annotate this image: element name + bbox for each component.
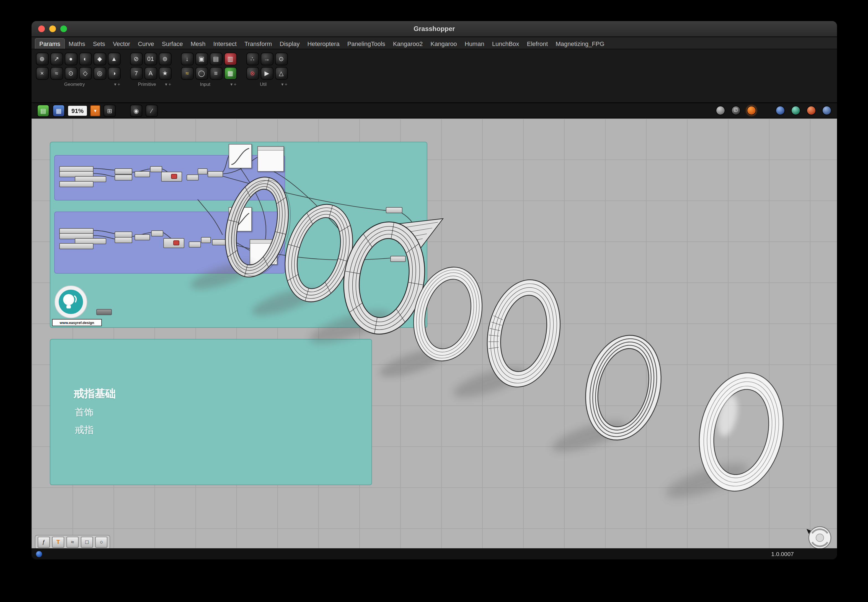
gh-component[interactable]	[135, 234, 150, 240]
tab-mesh[interactable]: Mesh	[187, 39, 210, 49]
tab-heteroptera[interactable]: Heteroptera	[304, 39, 343, 49]
tab-elefront[interactable]: Elefront	[523, 39, 552, 49]
gh-component[interactable]	[96, 309, 112, 315]
gh-component[interactable]	[201, 237, 211, 243]
gh-component[interactable]	[115, 175, 132, 181]
gh-component[interactable]	[115, 168, 132, 175]
gh-component[interactable]	[198, 168, 208, 175]
geometry-tool-icon[interactable]: ▲	[108, 52, 120, 65]
gh-panel[interactable]	[258, 146, 284, 172]
util-tool-icon[interactable]: ▶	[261, 67, 273, 80]
input-tool-icon[interactable]: ↓	[181, 52, 193, 65]
info-icon[interactable]	[36, 551, 42, 557]
tab-human[interactable]: Human	[461, 39, 488, 49]
group-expand-icon[interactable]: ▾ +	[165, 82, 171, 87]
gh-component[interactable]	[135, 171, 150, 177]
panel-tool-icon[interactable]: ≡	[210, 67, 222, 80]
tab-params[interactable]: Params	[35, 38, 65, 49]
gh-number-slider[interactable]	[59, 181, 94, 187]
input-tool-icon[interactable]: ▣	[195, 52, 208, 65]
geometry-tool-icon[interactable]: ◇	[79, 67, 92, 80]
slider-tool-icon[interactable]: ▥	[224, 52, 237, 65]
group-expand-icon[interactable]: ▾ +	[114, 82, 120, 87]
gh-panel[interactable]	[250, 239, 278, 265]
panel-widget-icon[interactable]: □	[81, 537, 93, 548]
tab-magnetizing-fpg[interactable]: Magnetizing_FPG	[552, 39, 608, 49]
tab-vector[interactable]: Vector	[109, 39, 134, 49]
tab-maths[interactable]: Maths	[65, 39, 89, 49]
geometry-tool-icon[interactable]: ◆	[93, 52, 106, 65]
history-widget-icon[interactable]: ○	[95, 537, 107, 548]
util-tool-icon[interactable]: →	[261, 52, 273, 65]
graph-mapper-tool-icon[interactable]: ≈	[181, 67, 193, 80]
geometry-tool-icon[interactable]: ⊕	[36, 52, 48, 65]
tab-panelingtools[interactable]: PanelingTools	[344, 39, 389, 49]
save-file-icon[interactable]: ▦	[52, 104, 65, 117]
sketch-widget-icon[interactable]: ≈	[66, 537, 78, 548]
group-expand-icon[interactable]: ▾ +	[281, 82, 287, 87]
tab-transform[interactable]: Transform	[241, 39, 276, 49]
tab-curve[interactable]: Curve	[134, 39, 158, 49]
gh-component[interactable]	[150, 166, 162, 172]
preview-eye-icon[interactable]: ◉	[130, 104, 142, 117]
knob-tool-icon[interactable]: ◯	[195, 67, 208, 80]
primitive-tool-icon[interactable]: A	[144, 67, 157, 80]
zoom-dropdown-icon[interactable]: ▾	[90, 105, 100, 116]
tab-intersect[interactable]: Intersect	[210, 39, 241, 49]
tab-lunchbox[interactable]: LunchBox	[488, 39, 523, 49]
geometry-tool-icon[interactable]: ×	[36, 67, 48, 80]
tab-kangaroo[interactable]: Kangaroo	[426, 39, 460, 49]
zoom-level[interactable]: 91%	[68, 106, 87, 115]
tab-surface[interactable]: Surface	[158, 39, 187, 49]
profiler-widget-icon[interactable]: ƒ	[38, 537, 50, 548]
tab-sets[interactable]: Sets	[89, 39, 109, 49]
gh-component[interactable]	[208, 171, 223, 177]
viewport-button-4[interactable]	[822, 106, 831, 115]
zoom-extents-icon[interactable]: ⊞	[104, 104, 116, 117]
geometry-tool-icon[interactable]: ◑	[108, 67, 120, 80]
geometry-tool-icon[interactable]: ●	[64, 52, 77, 65]
gradient-tool-icon[interactable]: ▩	[224, 67, 237, 80]
gh-component[interactable]	[115, 232, 132, 238]
viewport-button-2[interactable]	[791, 106, 801, 115]
gh-component[interactable]	[151, 230, 163, 236]
graph-mapper[interactable]	[229, 144, 252, 168]
group-footer-primitive[interactable]: Primitive ▾ +	[129, 81, 172, 88]
geometry-tool-icon[interactable]: ⊙	[64, 67, 77, 80]
util-tool-icon[interactable]: ⊗	[246, 67, 259, 80]
primitive-tool-icon[interactable]: ⊚	[159, 52, 171, 65]
preview-wireframe-button[interactable]: ∅	[731, 106, 741, 115]
new-file-icon[interactable]: ▤	[37, 104, 49, 117]
primitive-tool-icon[interactable]: 7	[130, 67, 143, 80]
gh-warning-chip[interactable]	[173, 240, 179, 245]
group-footer-util[interactable]: Util ▾ +	[245, 81, 288, 88]
viewport-button-1[interactable]	[776, 106, 785, 115]
markup-widget-icon[interactable]: T	[52, 537, 64, 548]
input-tool-icon[interactable]: ▤	[210, 52, 222, 65]
gh-warning-chip[interactable]	[171, 174, 177, 179]
geometry-tool-icon[interactable]: ≈	[50, 67, 63, 80]
graph-mapper[interactable]	[229, 207, 252, 232]
geometry-tool-icon[interactable]: ◐	[79, 52, 92, 65]
sketch-brush-icon[interactable]: ∕	[146, 104, 158, 117]
util-tool-icon[interactable]: ⊙	[275, 52, 288, 65]
preview-off-button[interactable]	[716, 106, 725, 115]
util-tool-icon[interactable]: △	[275, 67, 288, 80]
util-tool-icon[interactable]: ∴	[246, 52, 259, 65]
geometry-tool-icon[interactable]: ◎	[93, 67, 106, 80]
gh-component[interactable]	[189, 241, 201, 247]
gh-component[interactable]	[115, 237, 132, 243]
group-footer-geometry[interactable]: Geometry ▾ +	[35, 81, 121, 88]
preview-shaded-button[interactable]	[747, 106, 756, 115]
viewport-button-3[interactable]	[807, 106, 816, 115]
primitive-tool-icon[interactable]: 01	[144, 52, 157, 65]
tab-kangaroo2[interactable]: Kangaroo2	[389, 39, 427, 49]
tab-display[interactable]: Display	[276, 39, 304, 49]
grasshopper-canvas[interactable]: www.easyref.design 戒指基础 首饰 戒指	[32, 118, 837, 548]
gh-component[interactable]	[212, 239, 227, 245]
group-expand-icon[interactable]: ▾ +	[230, 82, 236, 87]
gh-component[interactable]	[187, 175, 199, 181]
gh-number-slider[interactable]	[59, 243, 94, 249]
geometry-tool-icon[interactable]: ↗	[50, 52, 63, 65]
canvas-navigation-ball[interactable]	[804, 524, 832, 548]
